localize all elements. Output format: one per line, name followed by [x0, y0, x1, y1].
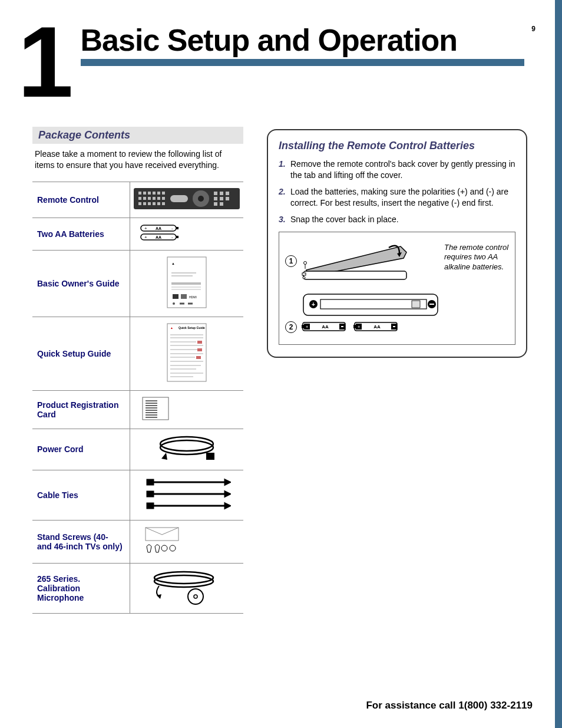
item-image-cell: ▲ HDMI	[130, 250, 244, 317]
svg-rect-22	[214, 192, 217, 195]
remote-battery-compartment-icon: +	[303, 294, 438, 317]
svg-rect-114	[302, 325, 304, 328]
cable-ties-icon	[143, 476, 231, 512]
owners-guide-icon: ▲ HDMI	[167, 256, 207, 308]
item-label: Quick Setup Guide	[32, 317, 130, 390]
panel-title: Installing the Remote Control Batteries	[279, 140, 515, 153]
svg-text:+: +	[144, 235, 147, 240]
svg-marker-85	[225, 480, 230, 485]
svg-point-98	[188, 589, 203, 604]
svg-text:AA: AA	[156, 235, 161, 239]
svg-marker-91	[225, 503, 230, 508]
svg-rect-121	[353, 325, 356, 328]
table-row: Remote Control	[32, 182, 243, 218]
svg-rect-87	[147, 492, 153, 496]
chapter-number: 1	[18, 12, 81, 112]
diagram-caption: The remote control requires two AA alkal…	[444, 241, 509, 334]
item-label: Remote Control	[32, 182, 130, 218]
svg-rect-17	[157, 202, 160, 205]
aa-batteries-pair-icon: + AA + AA	[302, 321, 402, 334]
svg-text:▲: ▲	[171, 262, 175, 265]
svg-rect-28	[214, 202, 217, 206]
calibration-mic-icon	[148, 569, 225, 605]
svg-rect-25	[214, 197, 217, 200]
step-text: Load the batteries, making sure the pola…	[290, 186, 515, 209]
svg-rect-2	[143, 192, 146, 195]
install-batteries-panel: Installing the Remote Control Batteries …	[267, 129, 527, 358]
svg-text:AA: AA	[156, 226, 161, 230]
svg-rect-47	[173, 294, 178, 299]
item-label: Stand Screws (40- and 46-inch TVs only)	[32, 520, 130, 563]
item-label: 265 Series. Calibration Microphone	[32, 563, 130, 613]
step-text: Snap the cover back in place.	[290, 214, 399, 226]
svg-text:+: +	[358, 324, 361, 330]
svg-point-103	[304, 261, 307, 264]
item-image-cell	[130, 390, 244, 429]
svg-text:+: +	[144, 226, 147, 231]
item-image-cell	[130, 563, 244, 613]
svg-rect-13	[138, 202, 141, 205]
item-image-cell	[130, 429, 244, 470]
page-accent-bar	[555, 0, 562, 728]
left-column: Package Contents Please take a moment to…	[32, 127, 243, 614]
svg-rect-104	[302, 273, 306, 275]
chapter-header: 1 Basic Setup and Operation	[18, 12, 524, 112]
item-image-cell	[130, 182, 244, 218]
chapter-title: Basic Setup and Operation	[81, 22, 524, 59]
remote-control-icon	[134, 188, 240, 209]
svg-rect-84	[147, 480, 153, 485]
step-number: 3.	[279, 214, 290, 226]
quick-setup-guide-icon: ▲Quick Setup Guide	[167, 323, 207, 382]
svg-rect-119	[341, 326, 343, 327]
list-item: 1. Remove the remote control's back cove…	[279, 159, 515, 182]
table-row: Power Cord	[32, 429, 243, 470]
svg-rect-112	[412, 301, 420, 308]
item-label: Two AA Batteries	[32, 218, 130, 250]
svg-point-80	[160, 437, 213, 451]
svg-rect-12	[162, 197, 165, 200]
svg-rect-31	[176, 227, 178, 229]
package-intro-text: Please take a moment to review the follo…	[32, 149, 243, 171]
registration-card-icon	[142, 397, 169, 420]
svg-rect-111	[429, 304, 434, 305]
svg-rect-15	[148, 202, 151, 205]
svg-rect-53	[167, 324, 206, 381]
table-row: Stand Screws (40- and 46-inch TVs only)	[32, 520, 243, 563]
svg-text:HDMI: HDMI	[189, 295, 197, 299]
svg-marker-88	[225, 492, 230, 496]
svg-rect-26	[220, 197, 223, 200]
list-item: 3. Snap the cover back in place.	[279, 214, 515, 226]
svg-rect-19	[170, 195, 188, 202]
svg-point-21	[198, 196, 204, 202]
svg-point-105	[303, 276, 305, 279]
item-image-cell: AA+- AA+-	[130, 218, 244, 250]
step-number: 1.	[279, 159, 290, 182]
svg-rect-4	[153, 192, 156, 195]
svg-rect-14	[143, 202, 146, 205]
table-row: Two AA Batteries AA+- AA+-	[32, 218, 243, 250]
footer-assistance-text: For assistance call 1(800) 332-2119	[366, 700, 533, 711]
svg-rect-70	[196, 356, 201, 359]
svg-text:+: +	[306, 324, 309, 330]
table-row: Product Registration Card	[32, 390, 243, 429]
table-row: Quick Setup Guide ▲Quick Setup Guide	[32, 317, 243, 390]
page-number: 9	[531, 25, 535, 33]
svg-rect-68	[197, 341, 202, 344]
svg-rect-23	[220, 192, 223, 195]
svg-rect-7	[138, 197, 141, 200]
svg-rect-10	[153, 197, 156, 200]
power-cord-icon	[154, 435, 219, 462]
list-item: 2. Load the batteries, making sure the p…	[279, 186, 515, 209]
item-image-cell: ▲Quick Setup Guide	[130, 317, 244, 390]
step-number: 2.	[279, 186, 290, 209]
item-label: Power Cord	[32, 429, 130, 470]
section-heading-package: Package Contents	[32, 127, 243, 144]
battery-icon: AA+- AA+-	[140, 224, 181, 242]
svg-text:AA: AA	[373, 324, 381, 330]
svg-point-81	[160, 440, 213, 454]
svg-rect-107	[320, 299, 427, 309]
table-row: Basic Owner's Guide ▲ HDMI	[32, 250, 243, 317]
diagram-step-1-badge: 1	[285, 255, 297, 267]
svg-text:Quick Setup Guide: Quick Setup Guide	[178, 326, 205, 330]
svg-rect-6	[162, 192, 165, 195]
